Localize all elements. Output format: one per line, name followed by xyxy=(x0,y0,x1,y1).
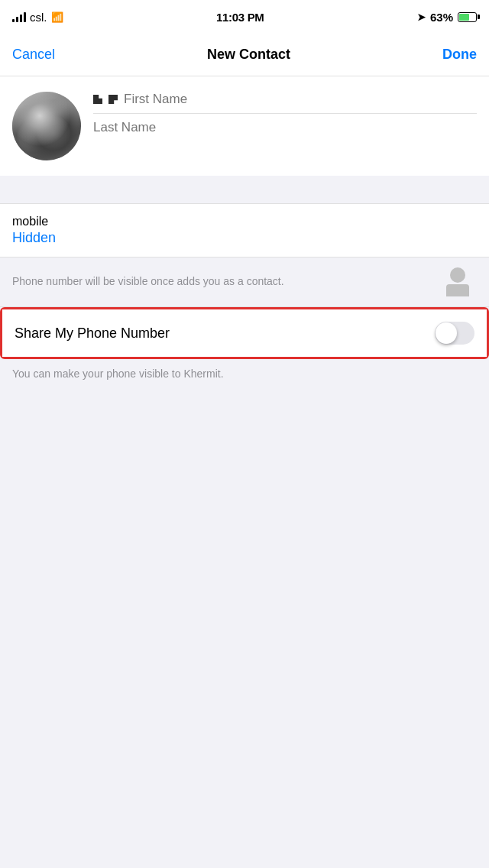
battery-shape xyxy=(458,12,477,22)
done-button[interactable]: Done xyxy=(442,47,477,63)
battery-icon xyxy=(458,12,477,22)
phone-label: mobile xyxy=(12,215,477,228)
first-name-input[interactable] xyxy=(124,92,477,107)
share-label: Share My Phone Number xyxy=(15,326,170,342)
last-name-input[interactable] xyxy=(93,120,477,135)
contact-form-area xyxy=(0,76,489,176)
first-name-icon-1 xyxy=(93,95,102,104)
battery-percent: 63% xyxy=(430,11,453,24)
wifi-icon: 📶 xyxy=(51,11,63,23)
page-title: New Contact xyxy=(207,47,290,63)
signal-bars-icon xyxy=(12,11,26,22)
avatar-image xyxy=(12,92,81,160)
phone-value: Hidden xyxy=(12,230,477,246)
share-row: Share My Phone Number xyxy=(2,309,487,357)
location-arrow-icon: ➤ xyxy=(417,11,426,23)
info-text: Phone number will be visible once adds y… xyxy=(12,274,284,290)
status-bar: csl. 📶 11:03 PM ➤ 63% xyxy=(0,0,489,34)
signal-bar-4 xyxy=(24,12,26,22)
info-box: Phone number will be visible once adds y… xyxy=(0,257,489,307)
share-phone-section: Share My Phone Number xyxy=(0,307,489,359)
signal-bar-3 xyxy=(20,15,22,22)
cancel-button[interactable]: Cancel xyxy=(12,47,55,63)
phone-section: mobile Hidden xyxy=(0,203,489,257)
signal-bar-1 xyxy=(12,19,15,22)
first-name-row xyxy=(93,92,477,114)
status-right: ➤ 63% xyxy=(417,11,477,24)
visibility-note: You can make your phone visible to Kherm… xyxy=(0,359,489,390)
avatar[interactable] xyxy=(12,92,81,160)
last-name-row xyxy=(93,120,477,135)
status-left: csl. 📶 xyxy=(12,11,63,24)
battery-fill xyxy=(459,14,469,21)
name-fields xyxy=(93,92,477,135)
first-name-icon-2 xyxy=(108,95,118,104)
share-phone-toggle[interactable] xyxy=(435,322,474,345)
toggle-knob xyxy=(436,322,457,344)
status-time: 11:03 PM xyxy=(216,11,264,24)
signal-bar-2 xyxy=(16,17,18,22)
nav-bar: Cancel New Contact Done xyxy=(0,34,489,76)
section-divider xyxy=(0,176,489,203)
info-avatar-icon xyxy=(439,268,477,296)
carrier-name: csl. xyxy=(30,11,47,24)
first-name-icons xyxy=(93,92,118,107)
